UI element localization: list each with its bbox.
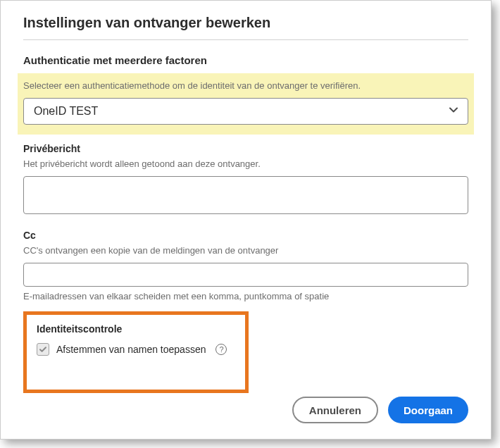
identity-heading: Identiteitscontrole [37, 323, 235, 335]
private-message-heading: Privébericht [23, 143, 468, 154]
mfa-helper-text: Selecteer een authenticatiemethode om de… [23, 80, 468, 91]
private-message-section: Privébericht Het privébericht wordt alle… [23, 143, 468, 217]
name-matching-row: Afstemmen van namen toepassen ? [37, 343, 235, 356]
cc-helper: CC's ontvangen een kopie van de meldinge… [23, 245, 468, 256]
recipient-settings-dialog: Instellingen van ontvanger bewerken Auth… [0, 0, 492, 440]
auth-method-select-wrap: OneID TEST [23, 98, 468, 125]
cancel-button[interactable]: Annuleren [292, 397, 378, 423]
name-matching-checkbox[interactable] [37, 343, 49, 356]
private-message-helper: Het privébericht wordt alleen getoond aa… [23, 158, 468, 169]
dialog-title: Instellingen van ontvanger bewerken [23, 15, 468, 31]
mfa-highlight-block: Selecteer een authenticatiemethode om de… [18, 73, 474, 135]
help-icon[interactable]: ? [215, 344, 227, 355]
name-matching-label: Afstemmen van namen toepassen [56, 344, 206, 355]
cc-section: Cc CC's ontvangen een kopie van de meldi… [23, 230, 468, 301]
identity-control-block: Identiteitscontrole Afstemmen van namen … [23, 311, 249, 393]
private-message-input[interactable] [23, 176, 468, 214]
cc-hint: E-mailadressen van elkaar scheiden met e… [23, 291, 468, 301]
title-divider [23, 39, 468, 40]
cc-heading: Cc [23, 230, 468, 241]
checkmark-icon [39, 345, 47, 354]
auth-method-select[interactable]: OneID TEST [23, 98, 468, 125]
mfa-heading: Authenticatie met meerdere factoren [23, 54, 468, 66]
continue-button[interactable]: Doorgaan [388, 397, 468, 423]
cc-input[interactable] [23, 263, 468, 287]
auth-method-selected-value: OneID TEST [34, 105, 98, 118]
dialog-footer: Annuleren Doorgaan [292, 397, 468, 423]
